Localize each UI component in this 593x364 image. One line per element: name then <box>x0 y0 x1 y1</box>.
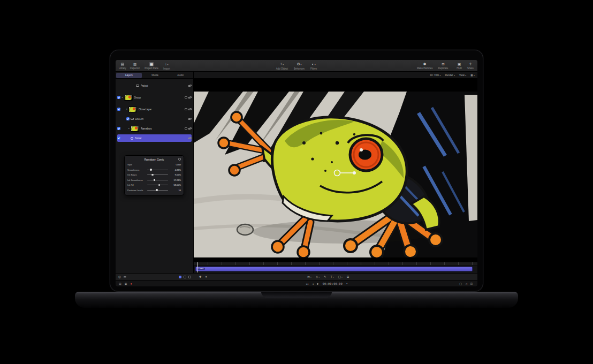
timeline-pane-toggle-icon[interactable] <box>184 276 186 278</box>
project-icon <box>136 85 139 87</box>
lock-icon[interactable] <box>188 85 191 87</box>
rect-select-tool-button[interactable]: ▭ ▾ <box>307 275 311 278</box>
make-particles-icon: ✱ <box>423 62 426 66</box>
layer-row-project[interactable]: Project <box>117 82 192 89</box>
render-dropdown[interactable]: Render ▾ <box>445 74 454 77</box>
lock-icon[interactable] <box>188 97 191 98</box>
grid-tool-button[interactable]: ⊞ <box>347 275 349 278</box>
hud-panel[interactable]: Ramsbury: Comic Style Color Smoothness 4… <box>124 155 184 195</box>
library-button[interactable]: ▤ Library <box>118 60 127 72</box>
inspector-button[interactable]: ▥ Inspector <box>130 60 141 72</box>
info-icon[interactable] <box>178 158 181 161</box>
timeline-ruler[interactable] <box>194 262 477 266</box>
layer-name: Comic <box>135 137 142 140</box>
clone-checkbox[interactable] <box>117 108 120 111</box>
layer-row-group[interactable]: ▾ Group <box>117 94 192 101</box>
ink-fill-slider[interactable] <box>147 185 168 185</box>
import-button[interactable]: ↓ ▾ Import <box>163 60 171 72</box>
ink-edges-slider[interactable] <box>147 175 168 175</box>
mask-tool-button[interactable]: ▢ ▾ <box>338 275 343 278</box>
camera-icon[interactable] <box>185 127 187 130</box>
fit-zoom-dropdown[interactable]: Fit: 70% ▾ <box>430 74 440 77</box>
layer-icon <box>131 118 134 120</box>
layer-row-line-art[interactable]: Line Art <box>117 115 192 123</box>
add-object-button[interactable]: + ▾ Add Object <box>276 60 288 72</box>
grid-icon: ⊞ <box>347 275 349 278</box>
view-dropdown[interactable]: View ▾ <box>459 74 466 77</box>
monitor-icon[interactable]: ▢ <box>459 282 462 285</box>
layer-row-clone-layer[interactable]: ▾ Clone Layer <box>117 105 192 113</box>
audio-mute-icon[interactable]: ◁ <box>465 282 467 285</box>
tab-layers[interactable]: Layers <box>116 73 142 78</box>
text-tool-button[interactable]: T ▾ <box>331 275 334 278</box>
lock-icon[interactable] <box>188 118 191 120</box>
slider-knob[interactable] <box>158 184 160 186</box>
style-popup[interactable]: Color <box>170 163 181 166</box>
play-button[interactable]: ▸ <box>317 282 319 285</box>
hud-title: Ramsbury: Comic <box>145 158 164 161</box>
scene: ▤ Library ▥ Inspector ▦ Project Pane <box>0 0 593 364</box>
anchor-tool-button[interactable]: ● <box>206 275 207 278</box>
chevron-down-icon: ▾ <box>341 276 343 278</box>
comic-checkbox[interactable] <box>117 136 120 140</box>
slider-knob[interactable] <box>151 174 153 176</box>
lock-icon[interactable] <box>188 109 191 110</box>
clone-thumbnail <box>128 107 137 112</box>
layer-name: Ramsbury <box>141 127 152 130</box>
record-button[interactable]: ● <box>130 282 132 285</box>
grid-overlay-icon[interactable]: ⊞ <box>470 282 473 285</box>
pen-tool-button[interactable]: ✎ <box>324 275 326 278</box>
rewind-button[interactable]: ◂◂ <box>306 282 308 285</box>
view-label: View <box>459 74 465 77</box>
search-icon[interactable]: ◎ <box>118 275 121 278</box>
timeline-clip-bar[interactable]: Comic <box>195 267 473 271</box>
lock-icon[interactable] <box>188 138 191 139</box>
behaviors-button[interactable]: ⚙ ▾ Behaviors <box>293 60 305 72</box>
layout-dropdown[interactable]: ▦ ▾ <box>470 74 475 77</box>
disclosure-triangle-icon[interactable]: ▾ <box>126 108 127 110</box>
frame-icon[interactable]: ▭ <box>124 275 126 278</box>
disclosure-triangle-icon[interactable]: ▾ <box>128 127 130 130</box>
slider-knob[interactable] <box>156 189 157 191</box>
layer-row-ramsbury[interactable]: ▾ Ramsbury <box>117 125 192 132</box>
shape-tool-button[interactable]: ◇ ▾ <box>316 275 320 278</box>
group-checkbox[interactable] <box>117 96 120 99</box>
ink-smoothness-slider[interactable] <box>147 180 168 180</box>
posterize-slider[interactable] <box>147 190 168 191</box>
canvas-viewport[interactable] <box>194 79 477 262</box>
make-particles-button[interactable]: ✱ Make Particles <box>416 60 434 72</box>
hud-button[interactable]: ▣ HUD <box>456 60 462 72</box>
mixer-icon[interactable]: ▤ <box>119 282 121 285</box>
project-pane-button[interactable]: ▦ Project Pane <box>144 60 159 72</box>
layers-pane-toggle-icon[interactable] <box>179 276 181 278</box>
ramsbury-checkbox[interactable] <box>117 127 120 130</box>
slider-knob[interactable] <box>150 169 151 170</box>
camera-icon[interactable] <box>185 96 187 98</box>
layer-name: Line Art <box>135 118 144 120</box>
transform-tool-button[interactable]: ✚ <box>199 275 202 278</box>
slider-knob[interactable] <box>154 179 155 180</box>
make-particles-label: Make Particles <box>417 67 433 70</box>
line-art-checkbox[interactable] <box>126 117 130 120</box>
disclosure-triangle-icon[interactable]: ▾ <box>122 96 123 98</box>
camera-icon[interactable] <box>185 108 187 110</box>
add-object-icon: + <box>280 62 283 66</box>
layer-row-comic-filter[interactable]: Comic <box>117 134 192 142</box>
mask-icon: ▢ <box>338 275 341 278</box>
param-label: Ink Fill <box>127 184 146 186</box>
playhead[interactable] <box>197 262 197 272</box>
audio-pane-toggle-icon[interactable] <box>188 276 191 278</box>
param-value: 16 <box>170 189 181 192</box>
camera-icon[interactable]: ▣ <box>125 282 127 285</box>
tab-audio[interactable]: Audio <box>168 72 193 79</box>
share-button[interactable]: ⇧ Share <box>467 60 474 72</box>
lock-icon[interactable] <box>188 128 191 130</box>
tab-media[interactable]: Media <box>142 72 168 79</box>
step-back-button[interactable]: ◂ <box>312 282 314 285</box>
view-options-bar: Fit: 70% ▾ Render ▾ View ▾ ▦ ▾ <box>430 72 475 79</box>
text-tool-icon: T <box>331 275 332 278</box>
filters-button[interactable]: ◐ ▾ Filters <box>310 60 317 72</box>
filters-icon: ◐ <box>312 62 314 66</box>
replicate-button[interactable]: ⊞ Replicate <box>437 60 448 72</box>
smoothness-slider[interactable] <box>147 170 168 170</box>
